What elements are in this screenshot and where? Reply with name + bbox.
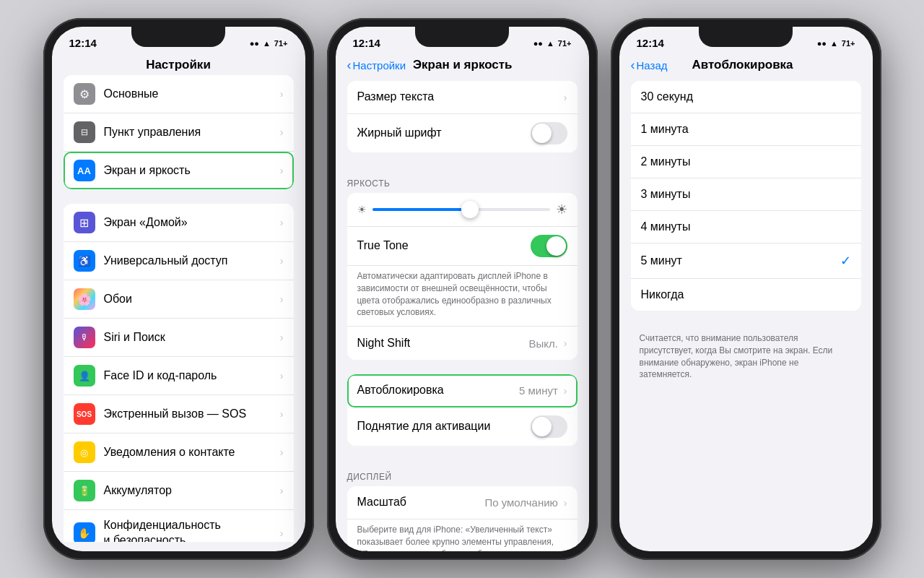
brightness-section-title: ЯРКОСТЬ [336,167,589,193]
boldfont-item[interactable]: Жирный шрифт [347,114,578,152]
settings-item-oboi[interactable]: 🌸 Обои › [64,280,294,319]
autolock-info: Считается, что внимание пользователя при… [631,325,861,388]
sos-icon: SOS [74,403,95,425]
autolock-title: Автоблокировка [667,58,817,72]
chevron-icon: › [280,408,284,420]
status-icons-2: ●● ▲ 71+ [533,39,572,48]
battery-label: Аккумулятор [104,483,277,499]
ekran-nav: ‹ Настройки Экран и яркость [336,52,589,75]
home-icon: ⊞ [74,212,95,233]
sun-small-icon: ☀ [357,204,367,215]
sun-large-icon: ☀ [556,202,567,217]
sos-label: Экстренный вызов — SOS [104,407,277,422]
scale-item[interactable]: Масштаб По умолчанию › [347,486,578,519]
signal-icon: ●● [250,39,259,48]
settings-item-privacy[interactable]: ✋ Конфиденциальность и безопасность › [64,510,294,542]
chevron-icon: › [564,497,567,509]
chevron-icon: › [280,293,284,305]
truetone-item[interactable]: True Tone [347,227,578,266]
checkmark-icon: ✓ [840,253,851,269]
brightness-track[interactable] [372,208,550,211]
brightness-thumb[interactable] [461,201,479,218]
option-never[interactable]: Никогда [631,279,861,311]
settings-item-ekran[interactable]: AA Экран и яркость › [64,152,294,189]
status-icons-1: ●● ▲ 71+ [250,39,288,48]
wifi-icon: ▲ [263,39,271,48]
back-label-3: Назад [637,59,668,72]
settings-item-home[interactable]: ⊞ Экран «Домой» › [64,204,294,242]
battery-icon: 71+ [558,39,572,48]
boldfont-toggle[interactable] [531,122,567,144]
phone-1: 12:14 ●● ▲ 71+ Настройки ⚙ Основные › ⊟ … [43,18,314,560]
lifting-label: Поднятие для активации [357,419,531,434]
lifting-toggle[interactable] [531,415,567,438]
option-1min-label: 1 минута [641,123,851,136]
scale-value: По умолчанию [484,496,557,509]
chevron-icon: › [280,527,284,539]
privacy-icon: ✋ [74,522,95,542]
notch-3 [699,27,793,47]
universal-icon: ♿ [74,250,95,272]
boldfont-label: Жирный шрифт [357,126,531,141]
chevron-icon: › [280,485,284,496]
settings-item-sos[interactable]: SOS Экстренный вызов — SOS › [64,395,294,434]
wifi-icon: ▲ [830,39,838,48]
universal-label: Универсальный доступ [104,254,277,269]
status-time-2: 12:14 [353,37,380,49]
display-section-title: ДИСПЛЕЙ [336,460,589,486]
privacy-label: Конфиденциальность и безопасность [104,518,277,542]
option-3min-label: 3 минуты [641,188,851,201]
back-button[interactable]: ‹ Настройки [347,59,406,72]
settings-item-punkt[interactable]: ⊟ Пункт управления › [64,113,294,152]
nightshift-item[interactable]: Night Shift Выкл. › [347,327,578,360]
textsize-item[interactable]: Размер текста › [347,81,578,114]
phone-screen-3: 12:14 ●● ▲ 71+ ‹ Назад Автоблокировка 30… [619,27,873,551]
option-2min[interactable]: 2 минуты [631,146,861,178]
settings-item-universal[interactable]: ♿ Универсальный доступ › [64,242,294,280]
contact-label: Уведомления о контакте [104,445,277,460]
back-button-3[interactable]: ‹ Назад [631,59,668,72]
punkt-label: Пункт управления [104,125,277,140]
chevron-icon: › [280,447,284,458]
display-group: Масштаб По умолчанию › Выберите вид для … [347,486,578,551]
autolock-label: Автоблокировка [357,383,519,398]
ekran-icon: AA [74,160,95,181]
option-5min[interactable]: 5 минут ✓ [631,243,861,279]
contact-icon: ◎ [74,441,95,463]
option-3min[interactable]: 3 минуты [631,178,861,211]
truetone-toggle[interactable] [531,235,567,257]
settings-item-osnovnie[interactable]: ⚙ Основные › [64,75,294,113]
settings-item-contact[interactable]: ◎ Уведомления о контакте › [64,434,294,472]
textsize-label: Размер текста [357,90,561,105]
settings-group-1: ⚙ Основные › ⊟ Пункт управления › AA Экр… [64,75,294,189]
notch-1 [131,27,225,47]
option-4min-label: 4 минуты [641,220,851,233]
phone-screen-1: 12:14 ●● ▲ 71+ Настройки ⚙ Основные › ⊟ … [52,27,305,551]
truetone-desc: Автоматически адаптировать дисплей iPhon… [347,266,578,327]
wifi-icon: ▲ [546,39,554,48]
status-time-1: 12:14 [69,37,97,49]
back-label: Настройки [353,59,406,72]
scale-label: Масштаб [357,495,485,510]
osnovnie-icon: ⚙ [74,83,95,105]
lifting-item[interactable]: Поднятие для активации [347,407,578,446]
back-chevron-3: ‹ [631,59,635,72]
ekran-title: Экран и яркость [406,58,519,72]
option-4min[interactable]: 4 минуты [631,211,861,243]
brightness-slider-row[interactable]: ☀ ☀ [347,193,578,227]
battery-item-icon: 🔋 [74,480,95,501]
autolock-item[interactable]: Автоблокировка 5 минут › [347,374,578,407]
option-1min[interactable]: 1 минута [631,113,861,146]
brightness-group: ☀ ☀ True Tone Автоматически адаптировать… [347,193,578,360]
settings-item-faceid[interactable]: 👤 Face ID и код-пароль › [64,357,294,395]
settings-item-battery[interactable]: 🔋 Аккумулятор › [64,472,294,510]
settings-item-siri[interactable]: 🎙 Siri и Поиск › [64,319,294,357]
autolock-group: Автоблокировка 5 минут › Поднятие для ак… [347,374,578,446]
punkt-icon: ⊟ [74,121,95,143]
status-time-3: 12:14 [637,37,664,49]
chevron-icon: › [280,126,284,138]
option-30sec[interactable]: 30 секунд [631,81,861,113]
signal-icon: ●● [533,39,543,48]
phone-3: 12:14 ●● ▲ 71+ ‹ Назад Автоблокировка 30… [611,18,881,560]
faceid-icon: 👤 [74,365,95,387]
